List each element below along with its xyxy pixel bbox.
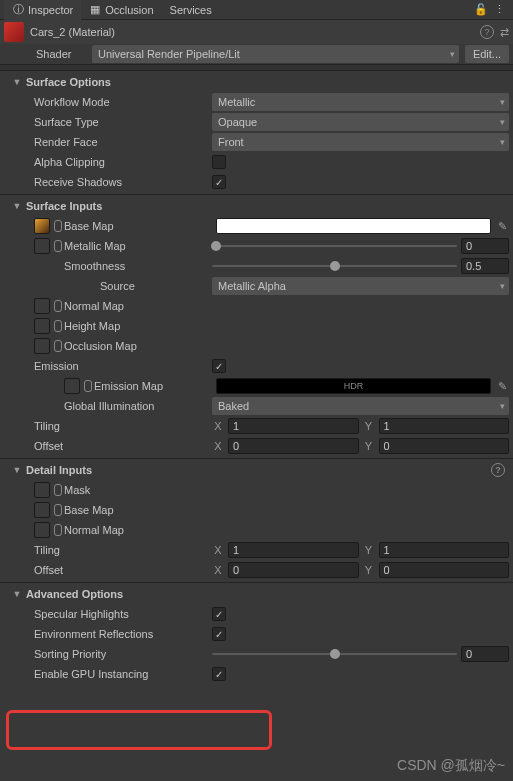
y-label: Y [363,544,375,556]
detail-tiling-y-input[interactable]: 1 [379,542,510,558]
base-map-label: Base Map [64,220,216,232]
mask-texture-slot[interactable] [34,482,50,498]
detail-offset-y-input[interactable]: 0 [379,562,510,578]
x-label: X [212,420,224,432]
global-illumination-label: Global Illumination [64,400,212,412]
x-label: X [212,564,224,576]
detail-base-map-label: Base Map [64,504,242,516]
enable-gpu-instancing-checkbox[interactable] [212,667,226,681]
height-map-label: Height Map [64,320,242,332]
emission-checkbox[interactable] [212,359,226,373]
detail-normal-map-texture-slot[interactable] [34,522,50,538]
sorting-priority-slider[interactable] [212,653,457,655]
lock-icon[interactable]: 🔓 [474,3,488,16]
detail-normal-map-label: Normal Map [64,524,242,536]
detail-tiling-x-input[interactable]: 1 [228,542,359,558]
occlusion-icon: ▦ [89,4,101,16]
shader-dropdown[interactable]: Universal Render Pipeline/Lit [92,45,459,63]
tab-label: Services [170,4,212,16]
emission-map-label: Emission Map [94,380,216,392]
link-icon [54,220,62,232]
tab-occlusion[interactable]: ▦ Occlusion [81,0,161,20]
base-map-color[interactable] [216,218,491,234]
source-dropdown[interactable]: Metallic Alpha [212,277,509,295]
emission-color[interactable]: HDR [216,378,491,394]
foldout-icon: ▼ [12,77,22,87]
y-label: Y [363,564,375,576]
sorting-priority-label: Sorting Priority [34,648,212,660]
help-icon[interactable]: ? [491,463,505,477]
foldout-icon: ▼ [12,201,22,211]
preset-icon[interactable]: ⇄ [500,26,509,39]
shader-label: Shader [36,48,86,60]
eyedropper-icon[interactable]: ✎ [495,379,509,393]
help-icon[interactable]: ? [480,25,494,39]
height-map-texture-slot[interactable] [34,318,50,334]
link-icon [54,504,62,516]
section-surface-options[interactable]: ▼ Surface Options [0,70,513,92]
receive-shadows-checkbox[interactable] [212,175,226,189]
link-icon [54,320,62,332]
metallic-map-texture-slot[interactable] [34,238,50,254]
specular-highlights-label: Specular Highlights [34,608,212,620]
normal-map-texture-slot[interactable] [34,298,50,314]
detail-base-map-texture-slot[interactable] [34,502,50,518]
material-preview-icon[interactable] [4,22,24,42]
workflow-mode-label: Workflow Mode [34,96,212,108]
tiling-x-input[interactable]: 1 [228,418,359,434]
environment-reflections-checkbox[interactable] [212,627,226,641]
render-face-label: Render Face [34,136,212,148]
section-title: Advanced Options [26,588,123,600]
menu-icon[interactable]: ⋮ [494,3,505,16]
material-header: Cars_2 (Material) ? ⇄ [0,20,513,44]
render-face-dropdown[interactable]: Front [212,133,509,151]
occlusion-map-texture-slot[interactable] [34,338,50,354]
shader-row: Shader Universal Render Pipeline/Lit Edi… [0,44,513,64]
link-icon [54,524,62,536]
highlight-annotation [6,710,272,750]
edit-button[interactable]: Edit... [465,45,509,63]
link-icon [54,484,62,496]
metallic-slider[interactable] [216,245,457,247]
global-illumination-dropdown[interactable]: Baked [212,397,509,415]
tiling-y-input[interactable]: 1 [379,418,510,434]
surface-type-label: Surface Type [34,116,212,128]
tab-services[interactable]: Services [162,0,220,20]
environment-reflections-label: Environment Reflections [34,628,212,640]
y-label: Y [363,440,375,452]
alpha-clipping-checkbox[interactable] [212,155,226,169]
smoothness-slider[interactable] [212,265,457,267]
workflow-mode-dropdown[interactable]: Metallic [212,93,509,111]
link-icon [54,300,62,312]
foldout-icon: ▼ [12,465,22,475]
tab-label: Inspector [28,4,73,16]
section-surface-inputs[interactable]: ▼ Surface Inputs [0,194,513,216]
section-advanced-options[interactable]: ▼ Advanced Options [0,582,513,604]
offset-x-input[interactable]: 0 [228,438,359,454]
y-label: Y [363,420,375,432]
surface-type-dropdown[interactable]: Opaque [212,113,509,131]
section-detail-inputs[interactable]: ▼ Detail Inputs ? [0,458,513,480]
material-title: Cars_2 (Material) [30,26,480,38]
tab-label: Occlusion [105,4,153,16]
offset-label: Offset [34,440,212,452]
eyedropper-icon[interactable]: ✎ [495,219,509,233]
dock-controls: 🔓 ⋮ [474,3,509,16]
offset-y-input[interactable]: 0 [379,438,510,454]
receive-shadows-label: Receive Shadows [34,176,212,188]
metallic-value[interactable]: 0 [461,238,509,254]
x-label: X [212,440,224,452]
specular-highlights-checkbox[interactable] [212,607,226,621]
smoothness-value[interactable]: 0.5 [461,258,509,274]
mask-label: Mask [64,484,242,496]
base-map-texture-slot[interactable] [34,218,50,234]
enable-gpu-instancing-label: Enable GPU Instancing [34,668,212,680]
emission-map-texture-slot[interactable] [64,378,80,394]
detail-offset-x-input[interactable]: 0 [228,562,359,578]
section-title: Detail Inputs [26,464,92,476]
tiling-label: Tiling [34,420,212,432]
source-label: Source [100,280,212,292]
x-label: X [212,544,224,556]
tab-inspector[interactable]: ⓘ Inspector [4,0,81,20]
sorting-priority-value[interactable]: 0 [461,646,509,662]
